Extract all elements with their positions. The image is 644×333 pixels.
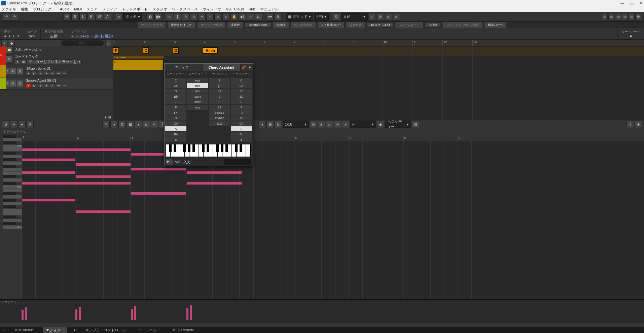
midi-input-toggle[interactable]: ▶ xyxy=(167,159,173,165)
track1-write[interactable]: W xyxy=(56,71,61,76)
chord-option[interactable]: D xyxy=(231,89,252,94)
piano-key[interactable] xyxy=(3,192,16,195)
menu-media[interactable]: メディア xyxy=(102,7,117,12)
track1-freeze[interactable]: ❄ xyxy=(44,71,49,76)
q-apply[interactable]: ▹| xyxy=(368,13,376,21)
close-button[interactable]: ✕ xyxy=(640,1,643,5)
maximize-button[interactable]: ▢ xyxy=(630,1,634,5)
editor-link[interactable]: ⛓ xyxy=(118,121,126,128)
velocity-bar[interactable] xyxy=(131,309,133,320)
insert-editor[interactable]: ⟳ xyxy=(26,121,34,128)
ruler-bar[interactable]: 3 xyxy=(173,40,176,46)
chord-option[interactable]: C# xyxy=(165,83,186,88)
piano-key[interactable] xyxy=(3,162,22,165)
nudge-tool[interactable]: ↯ xyxy=(274,13,282,21)
chord-option[interactable]: G xyxy=(231,115,252,121)
midi-note[interactable] xyxy=(131,168,186,171)
piano-key[interactable] xyxy=(3,148,22,152)
chord-option[interactable]: Eb xyxy=(231,94,252,99)
info-voi-v[interactable]: A1|E2|A2|C3 (第2転回形) xyxy=(71,34,113,39)
midi-note[interactable] xyxy=(22,182,131,185)
chord-option[interactable]: #5/b13 xyxy=(209,115,230,121)
editor-ruler-bar[interactable]: 7 xyxy=(349,135,352,141)
ruler-bar[interactable]: 12 xyxy=(442,40,448,46)
chord-option[interactable]: B xyxy=(231,137,252,142)
menu-project[interactable]: プロジェクト xyxy=(33,7,55,12)
q-icon[interactable]: Q xyxy=(333,13,340,21)
piano-key[interactable] xyxy=(3,158,16,162)
track2-freeze[interactable]: ❄ xyxy=(44,83,49,88)
chord-option[interactable]: G# xyxy=(231,121,252,126)
ruler-bar[interactable]: 5 xyxy=(233,40,236,46)
chord-option[interactable]: B xyxy=(165,137,186,142)
chord-option[interactable]: 6/13 xyxy=(209,121,230,126)
chord-ctrl2[interactable]: ▦ xyxy=(21,60,26,64)
chord-option[interactable]: C xyxy=(231,78,252,83)
editor-ruler[interactable]: F 23456789 xyxy=(22,135,644,141)
editor-ruler-bar[interactable]: 9 xyxy=(458,135,461,141)
ruler-bar[interactable]: 10 xyxy=(383,40,388,46)
zone-lower[interactable]: ▭ xyxy=(608,13,614,21)
track1-mute[interactable]: M xyxy=(10,68,16,74)
piano-key[interactable] xyxy=(3,168,22,172)
velocity-bar[interactable] xyxy=(190,305,192,320)
chord-option[interactable]: dim xyxy=(187,89,208,94)
editor-quantize[interactable]: 1/16▾ xyxy=(283,121,309,128)
info-type-v[interactable]: min xyxy=(27,34,36,38)
ruler-bar[interactable]: 13 xyxy=(472,40,477,46)
editor-scale[interactable]: ||| xyxy=(412,121,419,128)
velocity-bar[interactable] xyxy=(25,307,27,320)
track2-solo[interactable]: S xyxy=(17,80,23,87)
auto-solo[interactable]: S xyxy=(71,13,79,21)
menu-workspace[interactable]: ワークスペース xyxy=(172,7,198,12)
piano-key[interactable] xyxy=(3,165,16,168)
editor-acoustic[interactable]: 🔈 xyxy=(143,121,150,128)
piano-roll-notes[interactable] xyxy=(22,141,644,299)
zone-top[interactable]: ▭ xyxy=(622,13,628,21)
ruler-bar[interactable]: 8 xyxy=(323,40,326,46)
editor-vel-icon[interactable]: ◆ xyxy=(377,121,384,128)
menu-audio[interactable]: Audio xyxy=(60,7,69,11)
menu-score[interactable]: スコア xyxy=(86,7,98,12)
midi-note[interactable] xyxy=(22,171,75,174)
piano-key[interactable] xyxy=(3,219,22,222)
editor-ruler-bar[interactable]: 8 xyxy=(403,135,406,141)
track-preset-button[interactable]: ◆ xyxy=(9,39,15,47)
chord-option[interactable]: min xyxy=(187,83,208,88)
piano-key[interactable] xyxy=(3,199,16,202)
editor-snap[interactable]: ⊞ xyxy=(266,121,274,128)
menu-midi[interactable]: MIDI xyxy=(74,7,82,11)
chord-option[interactable]: F# xyxy=(231,110,252,115)
menu-vstcloud[interactable]: VST Cloud xyxy=(226,7,244,11)
q-length[interactable]: ≡ xyxy=(393,13,400,21)
automation-mode[interactable]: タッチ▾ xyxy=(123,13,142,21)
chord-ctrl1[interactable]: ● xyxy=(15,60,20,64)
chord-option[interactable]: Bb xyxy=(231,132,252,137)
chord-tab-assistant[interactable]: Chord Assistant xyxy=(203,64,241,71)
track2-lanes[interactable]: ≡ xyxy=(62,83,67,88)
menu-window[interactable]: ウィンドウ xyxy=(203,7,221,12)
chord-option[interactable]: F# xyxy=(165,110,186,115)
erase-tool[interactable]: ◇ xyxy=(190,13,198,21)
info-start-v[interactable]: 4. 1. 1. 0 xyxy=(4,34,19,38)
range-tool[interactable]: ⎡ xyxy=(174,13,181,21)
editor-select[interactable]: ↖ xyxy=(151,121,158,128)
midi-note[interactable] xyxy=(22,199,75,202)
piano-key[interactable] xyxy=(3,209,22,212)
piano-key[interactable]: C2 xyxy=(3,185,22,189)
track2-rec[interactable]: ● xyxy=(26,83,31,88)
q-soft[interactable]: ⟳ xyxy=(377,13,384,21)
zone-right[interactable]: ▭ xyxy=(615,13,621,21)
editor-setup[interactable]: ⚙ xyxy=(635,121,642,128)
tab-chordpad[interactable]: コードパッド xyxy=(135,327,163,333)
chord-event[interactable]: F xyxy=(113,47,119,54)
chord-option[interactable]: sus2 xyxy=(187,99,208,104)
menu-edit[interactable]: 編集 xyxy=(21,7,28,12)
chord-option[interactable]: 7 xyxy=(209,78,230,83)
track-chord-mute[interactable]: M xyxy=(6,56,12,62)
info-enh-v[interactable]: 自動 xyxy=(45,34,63,39)
track1-mon[interactable]: 🔈 xyxy=(32,71,37,76)
piano-key[interactable] xyxy=(3,155,22,158)
editor-ruler-bar[interactable]: 3 xyxy=(131,135,134,141)
piano-key[interactable] xyxy=(3,141,16,145)
